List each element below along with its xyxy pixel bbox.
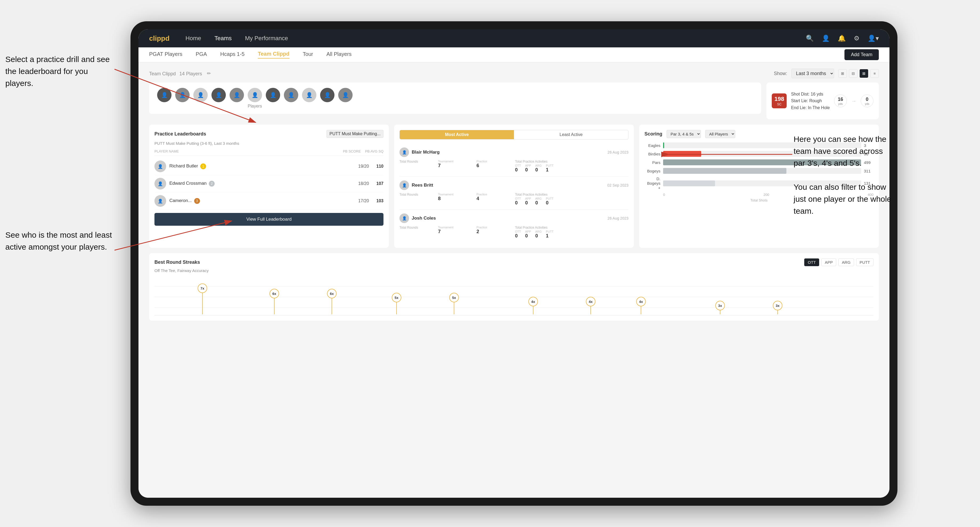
lb-info-2: Edward Crossman 2 (169, 181, 355, 187)
activity-stats-2: Total Rounds Tournament 8 Practice 4 (399, 193, 628, 206)
add-team-button[interactable]: Add Team (845, 49, 879, 60)
leaderboard-row: 👤 Richard Butler 1 19/20 110 (154, 158, 383, 175)
show-select[interactable]: Last 3 months (791, 69, 834, 78)
nav-link-performance[interactable]: My Performance (245, 35, 288, 42)
streak-filter-app[interactable]: APP (821, 259, 836, 266)
activity-player-1: 👤 Blair McHarg (399, 148, 440, 157)
streak-filter-ott[interactable]: OTT (804, 259, 819, 266)
nav-link-teams[interactable]: Teams (215, 35, 232, 42)
search-icon[interactable]: 🔍 (806, 35, 814, 42)
view-full-leaderboard-button[interactable]: View Full Leaderboard (154, 213, 383, 226)
streaks-header: Best Round Streaks OTT APP ARG PUTT (154, 259, 873, 266)
avatar-icon[interactable]: 👤▾ (868, 35, 879, 42)
activity-item-2: 👤 Rees Britt 02 Sep 2023 Total Rounds To… (399, 177, 628, 210)
streak-dot-7: 4x (586, 297, 595, 314)
show-label: Show: (774, 71, 787, 76)
annotation-right: Here you can see how the team have score… (794, 133, 891, 217)
avatar[interactable]: 👤 (302, 88, 317, 102)
subnav-tour[interactable]: Tour (303, 51, 313, 58)
scoring-filter2[interactable]: All Players (705, 130, 735, 138)
activity-tabs: Most Active Least Active (399, 130, 628, 140)
activity-card: Most Active Least Active 👤 Blair McHarg … (394, 125, 634, 248)
tablet-frame: clippd Home Teams My Performance 🔍 👤 🔔 ⚙… (130, 21, 897, 506)
lb-avatar-2: 👤 (154, 178, 166, 189)
activity-avatar-2: 👤 (399, 181, 409, 190)
avatar[interactable]: 👤 (157, 88, 172, 102)
tab-least-active[interactable]: Least Active (514, 130, 628, 139)
subnav: PGAT Players PGA Hcaps 1-5 Team Clippd T… (138, 48, 889, 62)
streak-dot-2: 6x (269, 289, 279, 314)
players-section: 👤 👤 👤 👤 👤 👤 👤 👤 👤 👤 👤 Pl (149, 83, 761, 114)
view-grid2-icon[interactable]: ⊞ (838, 69, 847, 78)
subnav-hcaps[interactable]: Hcaps 1-5 (220, 51, 245, 58)
leaderboard-row: 👤 Cameron... 3 17/20 103 (154, 192, 383, 210)
streaks-card: Best Round Streaks OTT APP ARG PUTT Off … (149, 253, 879, 321)
view-list-icon[interactable]: ≡ (870, 69, 879, 78)
subnav-team-clippd[interactable]: Team Clippd (258, 51, 290, 59)
activity-top-3: 👤 Josh Coles 26 Aug 2023 (399, 213, 628, 223)
players-label: Players (248, 104, 262, 109)
streak-dot-4: 5x (392, 293, 401, 314)
avatar[interactable]: 👤 (175, 88, 189, 102)
avatar[interactable]: 👤 (266, 88, 280, 102)
annotation-top-left: Select a practice drill and see the lead… (5, 53, 117, 89)
avatar[interactable]: 👤 (338, 88, 353, 102)
tab-most-active[interactable]: Most Active (400, 130, 514, 139)
avatar[interactable]: 👤 (284, 88, 298, 102)
subnav-pga[interactable]: PGA (196, 51, 207, 58)
avatar[interactable]: 👤 (212, 88, 226, 102)
lb-avatar-3: 👤 (154, 195, 166, 207)
subnav-pgat[interactable]: PGAT Players (149, 51, 182, 58)
streaks-subtitle: Off The Tee, Fairway Accuracy (154, 268, 873, 273)
nav-links: Home Teams My Performance (186, 35, 806, 42)
yardage-end: 0 yds (861, 94, 873, 107)
streak-dot-6: 4x (528, 297, 538, 314)
streaks-title: Best Round Streaks (154, 259, 200, 265)
streak-dot-10: 3x (773, 301, 783, 314)
streak-dot-9: 3x (715, 301, 725, 314)
view-icons: ⊞ ⊟ ⊠ ≡ (838, 69, 879, 78)
shot-badge: 198 SC (772, 94, 787, 108)
leaderboard-subtitle: PUTT Must Make Putting (3-6 ft), Last 3 … (154, 141, 383, 146)
nav-icons: 🔍 👤 🔔 ⚙ 👤▾ (806, 35, 879, 42)
scoring-title: Scoring (644, 131, 662, 137)
view-grid-active-icon[interactable]: ⊠ (860, 69, 868, 78)
three-col-grid: Practice Leaderboards PUTT Must Make Put… (149, 125, 879, 248)
avatar[interactable]: 👤 (248, 88, 262, 102)
edit-icon[interactable]: ✏ (207, 71, 211, 76)
streaks-filters: OTT APP ARG PUTT (804, 259, 873, 266)
activity-item-3: 👤 Josh Coles 26 Aug 2023 Total Rounds To… (399, 210, 628, 243)
user-icon[interactable]: 👤 (822, 35, 830, 42)
subnav-all-players[interactable]: All Players (326, 51, 352, 58)
players-avatars: 👤 👤 👤 👤 👤 👤 👤 👤 👤 👤 👤 Pl (157, 88, 353, 109)
activity-item-1: 👤 Blair McHarg 26 Aug 2023 Total Rounds … (399, 144, 628, 177)
settings-icon[interactable]: ⚙ (854, 35, 860, 42)
streaks-chart: 7x 6x 6x 5x (154, 278, 873, 316)
leaderboard-header: Practice Leaderboards PUTT Must Make Put… (154, 130, 383, 138)
streak-filter-arg[interactable]: ARG (838, 259, 854, 266)
streak-dot-3: 6x (327, 289, 337, 314)
streak-filter-putt[interactable]: PUTT (856, 259, 873, 266)
scoring-filter1[interactable]: Par 3, 4 & 5s (667, 130, 701, 138)
activity-top-1: 👤 Blair McHarg 26 Aug 2023 (399, 148, 628, 157)
avatar[interactable]: 👤 (320, 88, 334, 102)
activity-stats-3: Total Rounds Tournament 7 Practice 2 (399, 226, 628, 239)
team-header: Team Clippd 14 Players ✏ Show: Last 3 mo… (149, 69, 879, 78)
leaderboard-row: 👤 Edward Crossman 2 18/20 107 (154, 175, 383, 192)
bell-icon[interactable]: 🔔 (838, 35, 846, 42)
activity-stats-1: Total Rounds Tournament 7 Practice 6 (399, 160, 628, 173)
view-grid3-icon[interactable]: ⊟ (849, 69, 858, 78)
shot-details: Shot Dist: 16 yds Start Lie: Rough End L… (791, 91, 830, 111)
leaderboard-filter[interactable]: PUTT Must Make Putting... (326, 130, 383, 138)
avatar[interactable]: 👤 (229, 88, 244, 102)
activity-top-2: 👤 Rees Britt 02 Sep 2023 (399, 181, 628, 190)
nav-link-home[interactable]: Home (186, 35, 201, 42)
activity-player-3: 👤 Josh Coles (399, 213, 436, 223)
activity-player-2: 👤 Rees Britt (399, 181, 433, 190)
lb-info-3: Cameron... 3 (169, 198, 355, 204)
shot-card: 198 SC Shot Dist: 16 yds Start Lie: Roug… (767, 83, 879, 119)
main-content: Team Clippd 14 Players ✏ Show: Last 3 mo… (138, 62, 889, 498)
activity-avatar-1: 👤 (399, 148, 409, 157)
avatar[interactable]: 👤 (193, 88, 208, 102)
team-title: Team Clippd 14 Players (149, 71, 202, 77)
